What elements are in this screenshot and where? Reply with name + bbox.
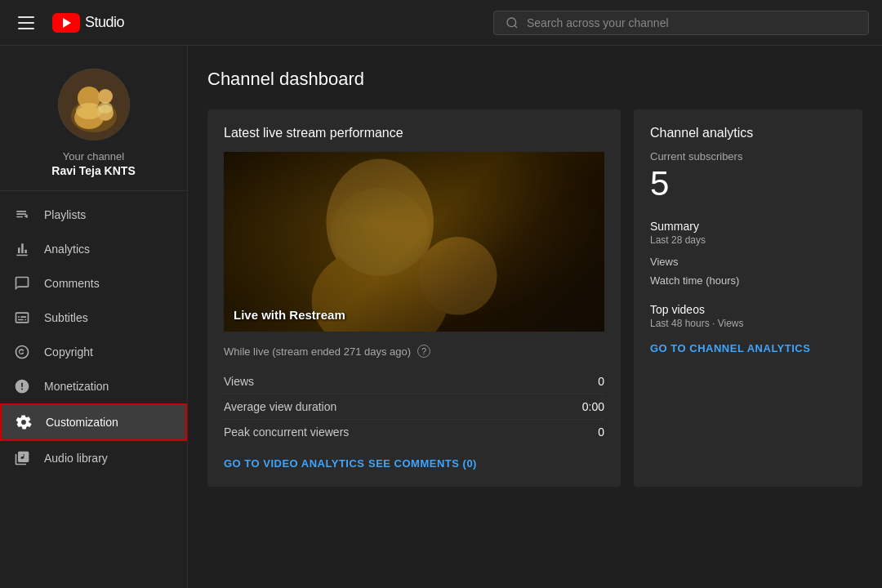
channel-name: Ravi Teja KNTS xyxy=(51,164,135,177)
sidebar-item-copyright[interactable]: Copyright xyxy=(0,335,187,369)
page-title: Channel dashboard xyxy=(207,69,862,90)
thumbnail-title: Live with Restream xyxy=(234,308,345,322)
channel-label: Your channel xyxy=(63,150,124,163)
subtitles-label: Subtitles xyxy=(44,311,88,324)
sidebar-item-subtitles[interactable]: Subtitles xyxy=(0,301,187,335)
sidebar-item-analytics[interactable]: Analytics xyxy=(0,232,187,266)
search-bar xyxy=(493,11,869,35)
analytics-card: Channel analytics Current subscribers 5 … xyxy=(634,109,862,487)
search-icon xyxy=(506,16,519,29)
audio-library-label: Audio library xyxy=(44,452,108,465)
sidebar-item-monetization[interactable]: Monetization xyxy=(0,369,187,403)
top-videos-section: Top videos Last 48 hours · Views xyxy=(650,303,846,329)
svg-rect-16 xyxy=(224,152,604,332)
top-videos-period: Last 48 hours · Views xyxy=(650,318,846,329)
stream-info: While live (stream ended 271 days ago) ? xyxy=(224,345,604,358)
subscribers-section: Current subscribers 5 xyxy=(650,150,846,203)
sidebar-item-customization[interactable]: Customization xyxy=(0,403,187,441)
see-comments-button[interactable]: SEE COMMENTS (0) xyxy=(368,457,477,470)
comments-label: Comments xyxy=(44,277,100,290)
subscribers-count: 5 xyxy=(650,164,846,203)
nav-items: Playlists Analytics Comments xyxy=(0,191,187,482)
table-row: Peak concurrent viewers 0 xyxy=(224,420,604,445)
sidebar-item-audio-library[interactable]: Audio library xyxy=(0,441,187,475)
stat-label-views: Views xyxy=(224,369,547,394)
table-row: Average view duration 0:00 xyxy=(224,394,604,420)
content-area: Channel dashboard Latest live stream per… xyxy=(188,46,882,588)
audio-icon xyxy=(13,449,31,467)
sidebar-item-playlists[interactable]: Playlists xyxy=(0,198,187,232)
playlists-icon xyxy=(13,206,31,224)
stat-label-avg-duration: Average view duration xyxy=(224,394,547,420)
monetization-icon xyxy=(13,377,31,395)
hamburger-menu[interactable] xyxy=(13,11,39,34)
playlists-label: Playlists xyxy=(44,208,86,221)
analytics-icon xyxy=(13,240,31,258)
analytics-card-title: Channel analytics xyxy=(650,126,846,140)
summary-section: Summary Last 28 days Views Watch time (h… xyxy=(650,220,846,290)
copyright-label: Copyright xyxy=(44,345,93,359)
svg-point-0 xyxy=(507,18,516,27)
dashboard-grid: Latest live stream performance xyxy=(207,109,862,487)
channel-section: Your channel Ravi Teja KNTS xyxy=(0,52,187,191)
thumbnail-image: Live with Restream xyxy=(224,152,604,332)
customization-icon xyxy=(15,413,33,431)
svg-point-8 xyxy=(76,103,102,119)
main-layout: Your channel Ravi Teja KNTS Playlists xyxy=(0,46,882,588)
logo[interactable]: Studio xyxy=(52,13,124,33)
search-input[interactable] xyxy=(527,16,857,29)
stream-ended-text: While live (stream ended 271 days ago) xyxy=(224,345,411,358)
help-icon[interactable]: ? xyxy=(417,345,430,358)
stat-label-peak: Peak concurrent viewers xyxy=(224,420,547,445)
stat-value-avg-duration: 0:00 xyxy=(547,394,604,420)
summary-period: Last 28 days xyxy=(650,234,846,246)
copyright-icon xyxy=(13,343,31,361)
stream-thumbnail: Live with Restream xyxy=(224,152,604,332)
sidebar-item-comments[interactable]: Comments xyxy=(0,266,187,301)
svg-line-1 xyxy=(514,25,517,28)
subscribers-label: Current subscribers xyxy=(650,150,846,163)
video-analytics-button[interactable]: GO TO VIDEO ANALYTICS xyxy=(224,457,365,470)
subtitles-icon xyxy=(13,309,31,327)
top-nav: Studio xyxy=(0,0,882,46)
youtube-icon xyxy=(52,13,80,33)
summary-row-views: Views xyxy=(650,252,846,271)
table-row: Views 0 xyxy=(224,369,604,394)
summary-row-watchtime: Watch time (hours) xyxy=(650,271,846,290)
monetization-label: Monetization xyxy=(44,380,109,393)
svg-point-9 xyxy=(98,102,113,114)
analytics-label: Analytics xyxy=(44,243,90,256)
live-stream-title: Latest live stream performance xyxy=(224,126,604,140)
top-videos-title: Top videos xyxy=(650,303,846,316)
comments-icon xyxy=(13,274,31,292)
stats-table: Views 0 Average view duration 0:00 Peak … xyxy=(224,369,604,444)
avatar[interactable] xyxy=(58,69,130,140)
summary-title: Summary xyxy=(650,220,846,233)
sidebar: Your channel Ravi Teja KNTS Playlists xyxy=(0,46,188,588)
channel-analytics-button[interactable]: GO TO CHANNEL ANALYTICS xyxy=(650,342,846,354)
stat-value-peak: 0 xyxy=(547,420,604,445)
studio-label: Studio xyxy=(85,14,124,31)
stat-value-views: 0 xyxy=(547,369,604,394)
svg-point-6 xyxy=(98,89,113,104)
live-stream-card: Latest live stream performance xyxy=(207,109,621,487)
customization-label: Customization xyxy=(46,416,118,429)
